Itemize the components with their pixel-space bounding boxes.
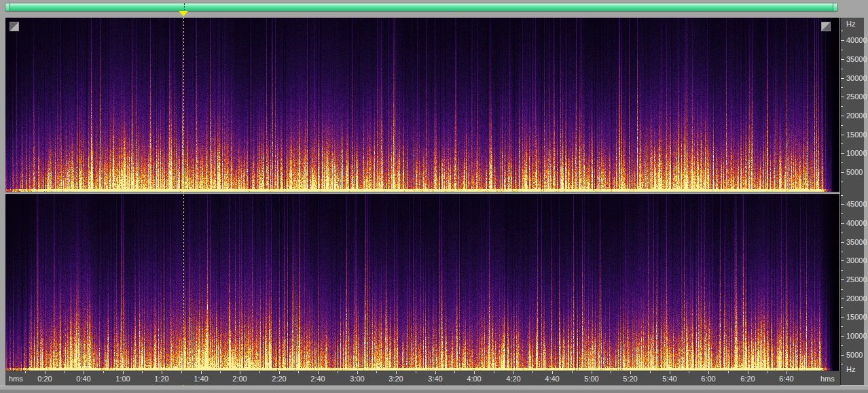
freq-tick [841,355,844,356]
window-bottom-edge [0,386,868,393]
freq-tick [841,298,844,299]
frequency-ruler[interactable]: Hz Hz 4000035000300002500020000150001000… [840,18,864,385]
time-minor-tick [142,371,143,373]
freq-tick [841,204,844,205]
time-tick-label: 3:00 [350,375,364,383]
time-tick-label: 6:20 [740,375,755,383]
time-tick [240,371,240,374]
freq-tick [841,97,844,97]
time-minor-tick [376,371,377,373]
time-tick-label: 4:20 [506,375,520,383]
time-minor-tick [259,371,260,373]
freq-tick-label: 35000 [846,56,867,63]
time-tick [748,371,748,374]
freq-minor-tick [841,182,843,182]
corner-handle-top-left-icon[interactable] [10,22,19,31]
time-ruler[interactable]: hms hms 0:200:401:001:201:402:002:202:40… [5,371,840,386]
time-tick [45,371,46,374]
time-tick-label: 3:20 [388,375,403,383]
freq-minor-tick [841,364,843,364]
audio-editor-window: Hz Hz 4000035000300002500020000150001000… [0,0,868,393]
freq-tick [841,116,844,116]
time-tick-label: 5:00 [584,375,598,383]
time-minor-tick [64,371,65,373]
freq-minor-tick [841,87,843,88]
freq-unit-label-bottom: Hz [846,366,855,373]
time-tick-label: 4:40 [545,375,559,383]
freq-tick-label: 40000 [846,220,867,227]
freq-minor-tick [841,233,843,233]
freq-tick [841,336,844,337]
playhead-cursor-line [183,18,184,371]
freq-tick-label: 15000 [846,313,867,321]
freq-unit-label-top: Hz [846,20,855,28]
spectrogram-channel-2[interactable] [5,194,839,371]
freq-tick-label: 25000 [846,93,867,101]
time-minor-tick [220,371,221,373]
time-minor-tick [767,371,767,373]
time-tick [670,371,670,374]
freq-minor-tick [841,307,843,308]
freq-tick-label: 30000 [846,75,867,82]
time-tick-label: 6:40 [779,375,793,383]
freq-minor-tick [841,69,843,69]
freq-tick [841,78,844,79]
freq-tick-label: 10000 [846,332,867,340]
time-tick [552,371,553,374]
freq-tick-label: 5000 [846,352,863,359]
time-tick [708,371,709,374]
freq-tick-label: 40000 [846,37,867,44]
freq-minor-tick [841,31,843,31]
time-tick-label: 4:00 [467,375,481,383]
freq-tick [841,153,844,154]
time-tick [435,371,436,374]
time-tick [162,371,162,374]
spectral-display[interactable] [5,18,839,371]
freq-tick [841,135,844,135]
freq-tick [841,242,844,243]
overview-scrollbar-left-handle[interactable] [5,3,10,11]
freq-minor-tick [841,143,843,144]
spectrogram-channel-1[interactable] [5,18,839,192]
time-minor-tick [689,371,689,373]
freq-tick [841,317,844,318]
freq-tick-label: 20000 [846,112,867,120]
time-tick [123,371,124,374]
time-minor-tick [25,371,26,373]
time-tick-label: 1:40 [194,375,208,383]
freq-minor-tick [841,252,843,252]
time-tick-label: 0:20 [37,375,52,383]
freq-minor-tick [841,270,843,271]
freq-tick-label: 15000 [846,131,867,139]
time-tick-label: 5:20 [623,375,637,383]
time-minor-tick [103,371,104,373]
overview-playhead-line [184,3,185,11]
time-tick [84,371,84,374]
freq-minor-tick [841,106,843,107]
freq-tick [841,59,844,60]
time-minor-tick [298,371,299,373]
time-minor-tick [181,371,182,373]
time-minor-tick [338,371,338,373]
time-tick [201,371,202,374]
freq-tick-label: 25000 [846,276,867,284]
freq-minor-tick [841,125,843,126]
time-minor-tick [416,371,416,373]
time-tick [474,371,475,374]
freq-tick-label: 35000 [846,239,867,246]
overview-scrollbar[interactable] [5,3,838,12]
freq-tick-label: 5000 [846,169,863,176]
time-tick-label: 1:20 [154,375,168,383]
time-minor-tick [494,371,494,373]
time-tick [786,371,787,374]
freq-minor-tick [841,50,843,50]
playhead-top-marker[interactable] [179,11,188,16]
freq-tick [841,223,844,224]
time-minor-tick [572,371,573,373]
time-minor-tick [611,371,611,373]
overview-scrollbar-right-handle[interactable] [833,3,837,11]
time-tick [357,371,358,374]
corner-handle-top-right-icon[interactable] [821,22,831,31]
freq-minor-tick [841,195,843,196]
time-tick-label: 2:20 [272,375,286,383]
